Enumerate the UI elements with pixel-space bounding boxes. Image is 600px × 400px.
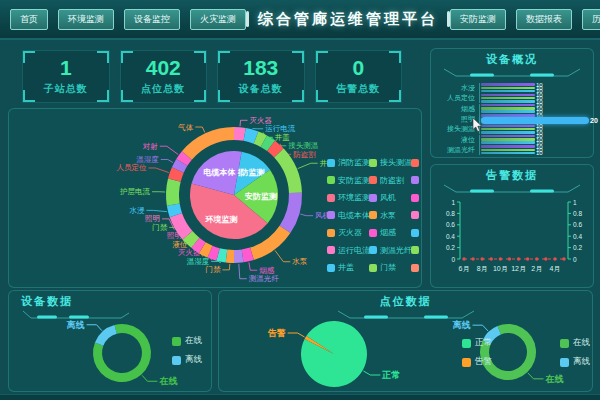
bar-segment[interactable] — [481, 87, 535, 89]
bar-segment[interactable] — [481, 135, 535, 137]
legend-item[interactable]: 防盗割 — [369, 172, 409, 190]
legend-item[interactable] — [411, 207, 423, 225]
legend-item[interactable]: 环境监测 — [327, 189, 367, 207]
legend-item[interactable]: 测温光纤 — [369, 242, 409, 260]
data-point[interactable] — [562, 257, 565, 260]
label-leader-line — [363, 371, 380, 375]
legend-item[interactable]: 接头测温 — [369, 154, 409, 172]
legend-item[interactable] — [411, 154, 423, 172]
sunburst-inner-label: 安防监测 — [244, 191, 277, 201]
stat-value: 183 — [243, 57, 278, 78]
legend-item[interactable]: 运行电流 — [327, 242, 367, 260]
bar-segment[interactable] — [481, 90, 535, 92]
data-point[interactable] — [471, 257, 474, 260]
data-point[interactable] — [499, 257, 502, 260]
bar-segment[interactable] — [481, 83, 535, 85]
y-tick-label: 0.4 — [573, 233, 582, 240]
bar-segment[interactable] — [481, 110, 535, 112]
data-point[interactable] — [553, 257, 556, 260]
data-point[interactable] — [526, 257, 529, 260]
legend-swatch — [327, 264, 335, 272]
bar-segment[interactable] — [481, 138, 535, 140]
legend-item[interactable]: 风机 — [369, 189, 409, 207]
data-point[interactable] — [508, 257, 511, 260]
bar-segment[interactable] — [481, 145, 535, 147]
sunburst-outer-label: 照明 — [145, 214, 160, 223]
legend-item[interactable] — [411, 189, 423, 207]
bar-segment[interactable] — [481, 104, 535, 106]
bar-category-label: 人员定位 — [435, 93, 479, 103]
data-point[interactable] — [544, 257, 547, 260]
legend-item[interactable]: 离线 — [560, 356, 590, 368]
legend-item[interactable]: 烟感 — [369, 224, 409, 242]
sunburst-panel: 消防监测安防监测环境监测电缆本体灭火器运行电流井盖接头测温防盗割井盖风机水泵烟感… — [8, 108, 422, 288]
sunburst-outer-slice[interactable] — [280, 193, 302, 233]
label-leader-line — [222, 264, 229, 270]
y-tick-label: 0.2 — [446, 244, 455, 251]
nav-button-nav-left-4[interactable]: 火灾监测 — [190, 9, 246, 30]
bar-segment[interactable] — [481, 152, 535, 154]
legend-item[interactable] — [411, 242, 423, 260]
nav-button-nav-left-1[interactable]: 首页 — [10, 9, 48, 30]
bar-segment[interactable] — [481, 100, 535, 102]
nav-button-nav-right-2[interactable]: 数据报表 — [516, 9, 572, 30]
sunburst-outer-label: 测温光纤 — [249, 274, 280, 283]
legend-swatch — [462, 339, 471, 348]
nav-button-nav-left-2[interactable]: 环境监测 — [58, 9, 114, 30]
bar-segment[interactable] — [481, 141, 535, 143]
legend-item[interactable]: 在线 — [560, 337, 590, 349]
mouse-cursor-icon — [472, 118, 483, 133]
bar-value-label: 10 — [536, 150, 543, 156]
legend-item[interactable]: 在线 — [172, 335, 202, 347]
legend-item[interactable] — [411, 224, 423, 242]
y-tick-label: 0 — [451, 256, 455, 263]
legend-item[interactable] — [411, 259, 423, 277]
legend-item[interactable]: 水泵 — [369, 207, 409, 225]
legend-item[interactable]: 消防监测 — [327, 154, 367, 172]
panel-title: 告警数据 — [486, 168, 538, 183]
legend-item[interactable]: 安防监测 — [327, 172, 367, 190]
legend-item[interactable]: 井盖 — [327, 259, 367, 277]
legend-item[interactable]: 告警 — [462, 356, 492, 368]
legend-swatch — [369, 246, 377, 254]
pie-slice-label: 离线 — [453, 320, 471, 330]
legend-swatch — [327, 211, 335, 219]
alarm-data-panel: 告警数据 000.20.20.40.40.60.60.80.8116月8月10月… — [430, 164, 594, 288]
bottom-strip — [0, 394, 600, 400]
legend-item[interactable] — [411, 172, 423, 190]
stat-value: 402 — [146, 57, 181, 78]
legend-label: 电缆本体 — [338, 210, 370, 221]
legend-item[interactable]: 电缆本体 — [327, 207, 367, 225]
data-point[interactable] — [480, 257, 483, 260]
bar-segment[interactable] — [481, 94, 535, 96]
title-decoration-icon — [442, 68, 582, 77]
sunburst-outer-slice[interactable] — [166, 179, 181, 206]
panel-header: 设备概况 — [431, 52, 593, 77]
bar-segment[interactable] — [481, 128, 535, 130]
legend-item[interactable]: 正常 — [462, 337, 492, 349]
legend-label: 接头测温 — [380, 157, 412, 168]
bar-segment[interactable] — [481, 149, 535, 151]
legend-item[interactable]: 灭火器 — [327, 224, 367, 242]
legend-label: 在线 — [573, 337, 590, 349]
nav-button-nav-left-3[interactable]: 设备监控 — [124, 9, 180, 30]
data-point[interactable] — [517, 257, 520, 260]
legend-item[interactable]: 门禁 — [369, 259, 409, 277]
bar-track: 101010 — [479, 104, 588, 114]
bar-segment[interactable] — [481, 107, 535, 109]
label-leader-line — [300, 214, 313, 216]
bar-segment[interactable] — [481, 97, 535, 99]
bar-segment[interactable] — [481, 125, 535, 127]
device-overview-panel: 设备概况 水浸101010人员定位101010烟感101010照明101020接… — [430, 48, 594, 158]
nav-button-nav-right-1[interactable]: 安防监测 — [450, 9, 506, 30]
label-leader-line — [160, 146, 178, 154]
legend-item[interactable]: 离线 — [172, 354, 202, 366]
data-point[interactable] — [462, 257, 465, 260]
pie-slice-离线[interactable] — [95, 325, 117, 346]
bar-segment[interactable] — [481, 131, 535, 133]
bar-highlighted[interactable] — [481, 117, 589, 124]
nav-button-nav-right-3[interactable]: 历史查询 — [582, 9, 600, 30]
sunburst-inner-label: 环境监测 — [205, 214, 238, 224]
data-point[interactable] — [490, 257, 493, 260]
data-point[interactable] — [535, 257, 538, 260]
